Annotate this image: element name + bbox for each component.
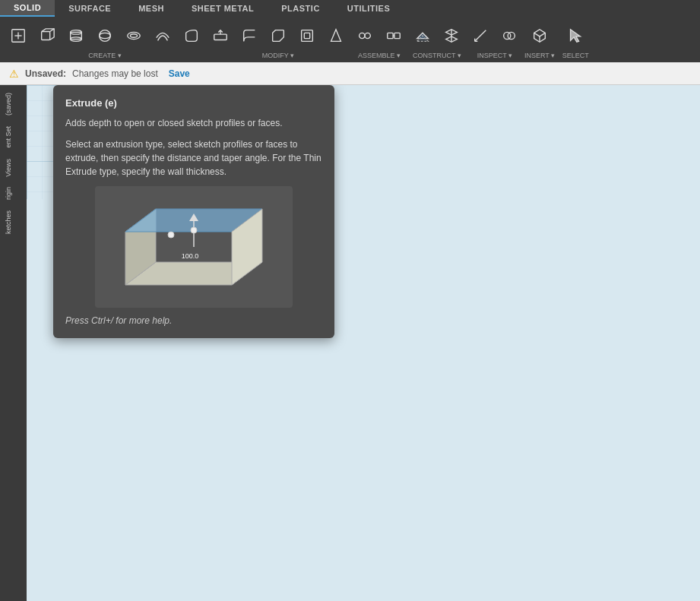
construct-group: CONSTRUCT ▾ <box>409 20 465 59</box>
svg-point-16 <box>360 33 365 38</box>
tab-sheet-metal[interactable]: SHEET METAL <box>178 0 268 17</box>
sidebar-item-sketches[interactable]: ketches <box>2 206 25 239</box>
chamfer-button[interactable] <box>264 20 292 52</box>
select-button[interactable] <box>556 20 594 52</box>
status-bar: ⚠ Unsaved: Changes may be lost Save <box>0 62 700 85</box>
tab-plastic[interactable]: PLASTIC <box>268 0 334 17</box>
torus-button[interactable] <box>120 20 147 52</box>
sidebar-item-origin[interactable]: rigin <box>2 182 25 204</box>
svg-rect-12 <box>214 34 227 40</box>
sidebar-item-saved[interactable]: (saved) <box>2 88 25 120</box>
select-group: SELECT <box>556 20 594 59</box>
toolbar: SOLID SURFACE MESH SHEET METAL PLASTIC U… <box>0 0 700 62</box>
rigid-group-button[interactable] <box>380 20 407 52</box>
create-label[interactable]: CREATE ▾ <box>88 52 121 59</box>
construct-label[interactable]: CONSTRUCT ▾ <box>413 52 461 59</box>
tab-surface[interactable]: SURFACE <box>55 0 125 17</box>
inspect-group: INSPECT ▾ <box>467 20 523 59</box>
svg-marker-15 <box>331 30 341 42</box>
measure-button[interactable] <box>467 20 494 52</box>
left-sidebar: (saved) ent Set Views rigin ketches <box>0 85 27 601</box>
svg-point-44 <box>168 232 174 238</box>
shell-button[interactable] <box>293 20 321 52</box>
warning-icon: ⚠ <box>9 68 19 80</box>
pipe-button[interactable] <box>178 20 205 52</box>
svg-rect-13 <box>302 30 313 42</box>
extrude-preview-image: 100.0 <box>95 186 293 308</box>
save-button[interactable]: Save <box>164 67 195 81</box>
tab-utilities[interactable]: UTILITIES <box>334 0 404 17</box>
modify-label[interactable]: MODIFY ▾ <box>262 52 294 59</box>
svg-point-11 <box>130 34 137 38</box>
new-sketch-button[interactable] <box>5 20 32 52</box>
fillet-button[interactable] <box>236 20 263 52</box>
box-button[interactable] <box>33 20 61 52</box>
svg-point-31 <box>508 32 515 39</box>
joint-button[interactable] <box>351 20 379 52</box>
tooltip-title: Extrude (e) <box>65 97 322 109</box>
tab-bar: SOLID SURFACE MESH SHEET METAL PLASTIC U… <box>0 0 700 17</box>
midplane-button[interactable] <box>438 20 465 52</box>
offset-plane-button[interactable] <box>409 20 436 52</box>
svg-rect-3 <box>42 32 50 40</box>
select-label[interactable]: SELECT <box>562 52 589 59</box>
sidebar-item-entity-set[interactable]: ent Set <box>2 122 25 153</box>
tooltip-footer: Press Ctrl+/ for more help. <box>65 315 322 326</box>
interference-button[interactable] <box>496 20 523 52</box>
assemble-label[interactable]: ASSEMBLE ▾ <box>358 52 401 59</box>
svg-rect-19 <box>388 33 393 38</box>
unsaved-label: Unsaved: <box>25 68 66 79</box>
svg-point-10 <box>128 32 141 39</box>
create-group: CREATE ▾ <box>5 20 205 59</box>
canvas[interactable]: Extrude (e) Adds depth to open or closed… <box>27 85 700 601</box>
insert-label[interactable]: INSERT ▾ <box>524 52 555 59</box>
modify-group: MODIFY ▾ <box>207 20 350 59</box>
changes-text: Changes may be lost <box>72 68 158 79</box>
sidebar-item-views[interactable]: Views <box>2 154 25 182</box>
svg-point-45 <box>191 227 197 233</box>
sphere-button[interactable] <box>91 20 119 52</box>
svg-text:100.0: 100.0 <box>182 252 199 260</box>
inspect-label[interactable]: INSPECT ▾ <box>477 52 512 59</box>
svg-point-17 <box>365 33 370 38</box>
svg-rect-20 <box>394 33 400 38</box>
main-area: (saved) ent Set Views rigin ketches <box>0 85 700 601</box>
insert-group: INSERT ▾ <box>524 20 555 59</box>
tooltip-desc1: Adds depth to open or closed sketch prof… <box>65 116 322 130</box>
tool-row: CREATE ▾ <box>0 17 700 62</box>
tab-solid[interactable]: SOLID <box>0 0 55 17</box>
press-pull-button[interactable] <box>207 20 234 52</box>
tooltip-popup: Extrude (e) Adds depth to open or closed… <box>53 85 334 338</box>
svg-line-27 <box>475 30 486 42</box>
tab-mesh[interactable]: MESH <box>125 0 178 17</box>
draft-button[interactable] <box>322 20 350 52</box>
insert-mesh-button[interactable] <box>526 20 553 52</box>
svg-rect-14 <box>304 33 309 38</box>
cylinder-button[interactable] <box>62 20 90 52</box>
coil-button[interactable] <box>149 20 176 52</box>
assemble-group: ASSEMBLE ▾ <box>351 20 407 59</box>
svg-point-9 <box>100 33 111 38</box>
tooltip-desc2: Select an extrusion type, select sketch … <box>65 138 322 179</box>
svg-point-8 <box>100 30 111 42</box>
